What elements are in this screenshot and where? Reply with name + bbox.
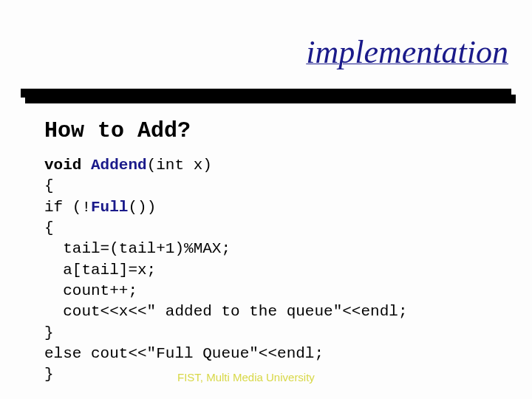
footer-text: FIST, Multi Media University	[177, 371, 315, 383]
code-text: count++;	[44, 282, 137, 299]
code-text: a[tail]=x;	[44, 262, 156, 279]
section-heading: How to Add?	[44, 118, 191, 143]
code-text: {	[44, 177, 54, 194]
function-addend: Addend	[91, 157, 147, 174]
code-text: (int x)	[147, 157, 212, 174]
function-full: Full	[91, 199, 128, 216]
code-text: }	[44, 324, 54, 341]
code-text: tail=(tail+1)%MAX;	[44, 240, 231, 257]
code-text: }	[44, 366, 54, 383]
code-text: else cout<<"Full Queue"<<endl;	[44, 345, 324, 362]
code-text: {	[44, 219, 54, 236]
slide-title: implementation	[306, 33, 508, 71]
keyword-void: void	[44, 157, 91, 174]
code-text: ())	[128, 199, 156, 216]
code-block: void Addend(int x) { if (!Full()) { tail…	[44, 155, 407, 386]
rule-line	[21, 89, 511, 98]
code-text: if (!	[44, 199, 91, 216]
code-text: cout<<x<<" added to the queue"<<endl;	[44, 303, 407, 320]
